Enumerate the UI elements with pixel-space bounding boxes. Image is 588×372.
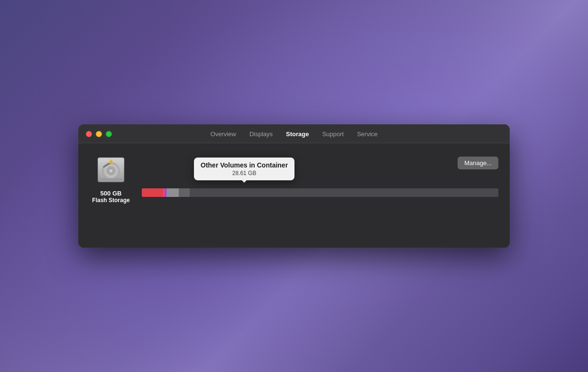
storage-bar-wrapper [142,188,498,197]
tooltip-value: 28.61 GB [201,170,288,177]
window-body: ! 500 GB Flash Storage Manage... Other V [78,143,510,248]
tooltip-title: Other Volumes in Container [201,161,288,169]
drive-icon-container: ! 500 GB Flash Storage [90,153,132,204]
traffic-lights [86,131,112,137]
tab-bar: Overview Displays Storage Support Servic… [205,129,384,140]
tab-storage[interactable]: Storage [280,129,314,140]
tab-overview[interactable]: Overview [205,129,242,140]
storage-bar [142,188,498,197]
drive-capacity-label: 500 GB Flash Storage [92,190,129,204]
manage-button[interactable]: Manage... [458,157,498,169]
bar-segment-system [179,188,190,197]
tab-support[interactable]: Support [316,129,349,140]
tab-service[interactable]: Service [351,129,383,140]
bar-segment-other [166,188,179,197]
svg-point-5 [110,169,112,172]
bar-segment-apps [142,188,163,197]
minimize-button[interactable] [96,131,102,137]
hard-drive-icon: ! [94,153,128,187]
close-button[interactable] [86,131,92,137]
maximize-button[interactable] [106,131,112,137]
titlebar: Overview Displays Storage Support Servic… [78,124,510,143]
tab-displays[interactable]: Displays [244,129,278,140]
tooltip: Other Volumes in Container 28.61 GB [194,158,294,180]
drive-section: ! 500 GB Flash Storage Manage... Other V [90,153,498,204]
svg-rect-9 [100,178,122,180]
about-this-mac-window: Overview Displays Storage Support Servic… [78,124,510,248]
storage-area: Manage... Other Volumes in Container 28.… [142,153,498,197]
